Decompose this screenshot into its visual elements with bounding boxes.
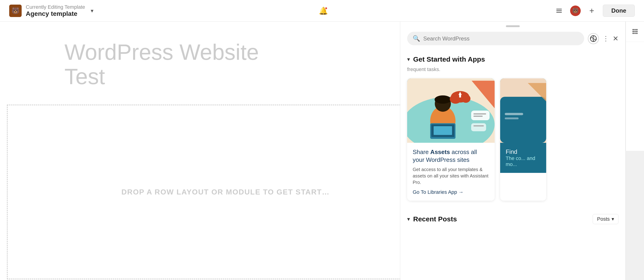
card2-image	[500, 78, 546, 143]
svg-rect-25	[505, 113, 523, 115]
svg-point-43	[634, 31, 636, 32]
search-icon: 🔍	[413, 35, 420, 42]
editing-label: Currently Editing Template	[26, 4, 85, 10]
libraries-app-card[interactable]: Share Assets across all your WordPress s…	[407, 78, 494, 201]
user-avatar[interactable]: 🐻	[570, 5, 581, 16]
svg-point-46	[634, 33, 636, 34]
page-content: WordPress Website Test DROP A ROW LAYOUT…	[0, 22, 451, 280]
svg-point-9	[434, 95, 451, 104]
card1-link[interactable]: Go To Libraries App →	[413, 189, 489, 195]
svg-rect-19	[471, 123, 486, 131]
svg-point-39	[632, 29, 634, 30]
find-app-card[interactable]: Find The co... and mo...	[500, 78, 546, 201]
svg-rect-0	[556, 9, 562, 9]
svg-point-42	[632, 31, 634, 32]
card2-title: Find	[506, 148, 541, 155]
avatar-bear: 🐻	[9, 4, 22, 17]
editing-info: Currently Editing Template Agency templa…	[26, 4, 85, 17]
svg-rect-26	[505, 117, 518, 119]
recent-posts-header-right: Posts ▾	[593, 214, 618, 224]
svg-rect-17	[459, 94, 461, 97]
panel-content: ▾ Get Started with Apps frequent tasks.	[400, 50, 625, 280]
svg-point-45	[632, 33, 634, 34]
svg-rect-2	[556, 12, 562, 13]
get-started-header[interactable]: ▾ Get Started with Apps	[400, 52, 625, 66]
get-started-section: ▾ Get Started with Apps frequent tasks.	[400, 52, 625, 205]
app-cards-container: Share Assets across all your WordPress s…	[400, 76, 625, 205]
svg-point-44	[636, 31, 638, 32]
recent-posts-header-left: ▾ Recent Posts	[407, 215, 457, 223]
notification-dot	[325, 7, 328, 10]
top-bar-center: 🔔	[319, 6, 328, 15]
get-started-subtitle: frequent tasks.	[400, 66, 625, 76]
top-bar-left: 🐻 Currently Editing Template Agency temp…	[9, 4, 94, 17]
svg-point-40	[634, 29, 636, 30]
page-title-line2: Test	[64, 64, 451, 89]
card2-subtitle: The co... and mo...	[506, 155, 541, 167]
card1-image	[407, 78, 494, 143]
svg-rect-20	[474, 113, 486, 114]
page-title-line1: WordPress Website	[64, 40, 451, 64]
get-started-title: Get Started with Apps	[413, 55, 485, 63]
canvas-area: WordPress Website Test DROP A ROW LAYOUT…	[0, 22, 644, 280]
search-box: 🔍	[407, 32, 584, 45]
svg-point-15	[461, 94, 470, 103]
panel-drag-handle[interactable]	[506, 25, 520, 27]
template-dropdown-chevron[interactable]: ▾	[91, 7, 94, 14]
close-panel-button[interactable]: ✕	[613, 34, 618, 42]
svg-rect-1	[556, 10, 562, 11]
list-icon-btn[interactable]	[554, 5, 564, 16]
add-button[interactable]: +	[586, 5, 597, 16]
svg-point-47	[636, 33, 638, 34]
svg-rect-12	[434, 126, 452, 135]
svg-rect-21	[474, 116, 483, 117]
panel-search: 🔍 ⋮ ✕	[400, 27, 625, 50]
get-started-chevron: ▾	[407, 56, 410, 62]
drop-zone: DROP A ROW LAYOUT OR MODULE TO GET START…	[7, 105, 444, 279]
notification-bell[interactable]: 🔔	[319, 6, 328, 15]
svg-rect-24	[500, 97, 546, 143]
top-bar: 🐻 Currently Editing Template Agency temp…	[0, 0, 644, 22]
wordpress-logo[interactable]	[588, 33, 599, 44]
right-panel: 🔍 ⋮ ✕ ▾ Get Started with Apps	[400, 22, 626, 280]
recent-posts-title: Recent Posts	[413, 215, 457, 223]
kebab-menu-button[interactable]: ⋮	[602, 35, 609, 42]
card1-desc: Get access to all your templates & asset…	[413, 166, 489, 186]
card1-title: Share Assets across all your WordPress s…	[413, 148, 489, 164]
recent-posts-chevron[interactable]: ▾	[407, 216, 410, 222]
search-input[interactable]	[423, 35, 579, 42]
svg-rect-18	[471, 111, 490, 120]
page-title-area: WordPress Website Test	[0, 22, 451, 102]
grid-icon-btn[interactable]	[626, 22, 644, 42]
template-name: Agency template	[26, 10, 85, 17]
recent-posts-section: ▾ Recent Posts Posts ▾	[400, 211, 625, 227]
top-bar-right: 🐻 + Done	[554, 4, 635, 17]
recent-posts-header: ▾ Recent Posts Posts ▾	[400, 211, 625, 227]
card1-body: Share Assets across all your WordPress s…	[407, 143, 494, 201]
svg-point-41	[636, 29, 638, 30]
posts-type-dropdown[interactable]: Posts ▾	[593, 214, 618, 224]
drop-zone-text: DROP A ROW LAYOUT OR MODULE TO GET START…	[121, 188, 330, 196]
done-button[interactable]: Done	[603, 4, 635, 17]
svg-rect-22	[474, 125, 484, 126]
card2-body: Find The co... and mo...	[500, 143, 546, 173]
side-icons	[626, 22, 644, 151]
